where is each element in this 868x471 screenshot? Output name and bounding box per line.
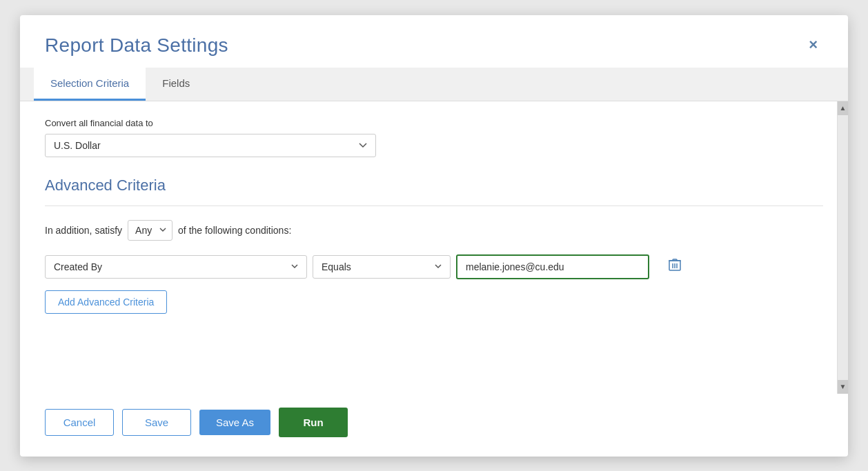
any-select[interactable]: Any All <box>128 220 172 241</box>
modal-footer: Cancel Save Save As Run <box>20 394 848 457</box>
currency-label: Convert all financial data to <box>45 118 823 128</box>
currency-section: Convert all financial data to U.S. Dolla… <box>45 118 823 157</box>
trash-icon <box>669 258 681 272</box>
value-input[interactable] <box>456 254 649 279</box>
condition-prefix: In addition, satisfy <box>45 225 122 236</box>
currency-select[interactable]: U.S. Dollar Euro British Pound Japanese … <box>45 134 376 157</box>
scroll-down-arrow[interactable]: ▼ <box>838 380 849 394</box>
tab-fields[interactable]: Fields <box>146 68 206 101</box>
run-button[interactable]: Run <box>279 408 348 437</box>
scrollbar[interactable]: ▲ ▼ <box>837 101 848 394</box>
scroll-track <box>838 115 848 380</box>
operator-select[interactable]: Equals Not Equals Contains Starts With <box>313 255 451 279</box>
save-as-button[interactable]: Save As <box>199 410 270 435</box>
tabs-bar: Selection Criteria Fields <box>20 68 848 101</box>
tab-selection-criteria[interactable]: Selection Criteria <box>34 68 146 101</box>
cancel-button[interactable]: Cancel <box>45 409 114 436</box>
delete-criteria-button[interactable] <box>663 255 687 278</box>
condition-suffix: of the following conditions: <box>178 225 291 236</box>
divider <box>45 206 823 206</box>
advanced-criteria-title: Advanced Criteria <box>45 177 823 194</box>
advanced-criteria-section: Advanced Criteria In addition, satisfy A… <box>45 177 823 314</box>
save-button[interactable]: Save <box>122 409 191 436</box>
modal-header: Report Data Settings × <box>20 15 848 68</box>
field-select[interactable]: Created By Modified By Status Date Creat… <box>45 255 307 279</box>
close-button[interactable]: × <box>803 34 823 55</box>
modal-title: Report Data Settings <box>45 34 228 57</box>
report-data-settings-modal: Report Data Settings × Selection Criteri… <box>20 15 848 457</box>
criteria-fields-row: Created By Modified By Status Date Creat… <box>45 254 823 279</box>
modal-body: Convert all financial data to U.S. Dolla… <box>20 101 848 394</box>
add-advanced-criteria-button[interactable]: Add Advanced Criteria <box>45 290 167 314</box>
scroll-up-arrow[interactable]: ▲ <box>838 101 849 115</box>
condition-row: In addition, satisfy Any All of the foll… <box>45 220 823 241</box>
